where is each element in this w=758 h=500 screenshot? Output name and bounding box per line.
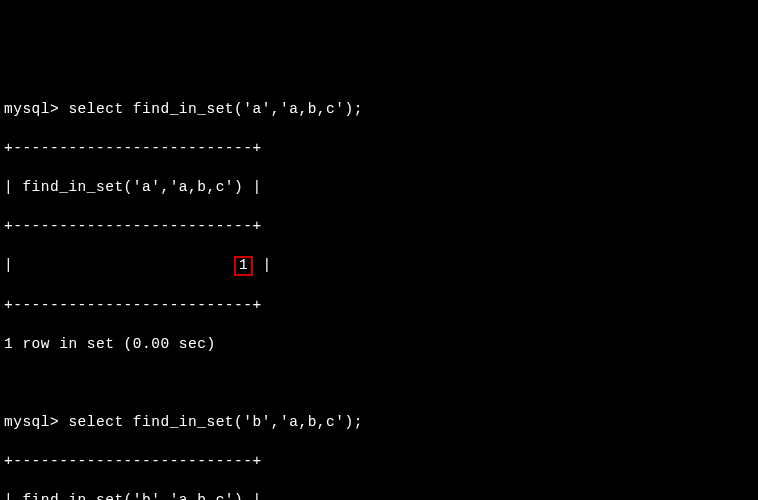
result-footer: 1 row in set (0.00 sec) bbox=[4, 335, 754, 355]
prompt: mysql> bbox=[4, 101, 59, 117]
query-line: mysql> select find_in_set('a','a,b,c'); bbox=[4, 100, 754, 120]
table-header: | find_in_set('b','a,b,c') | bbox=[4, 491, 754, 500]
table-border: +--------------------------+ bbox=[4, 296, 754, 316]
sql-command: select find_in_set('a','a,b,c'); bbox=[68, 101, 362, 117]
table-border: +--------------------------+ bbox=[4, 217, 754, 237]
blank-line bbox=[4, 374, 754, 394]
prompt: mysql> bbox=[4, 414, 59, 430]
table-header: | find_in_set('a','a,b,c') | bbox=[4, 178, 754, 198]
result-highlight: 1 bbox=[234, 256, 253, 276]
table-border: +--------------------------+ bbox=[4, 139, 754, 159]
table-row: | 1 | bbox=[4, 256, 754, 276]
sql-command: select find_in_set('b','a,b,c'); bbox=[68, 414, 362, 430]
table-border: +--------------------------+ bbox=[4, 452, 754, 472]
query-line: mysql> select find_in_set('b','a,b,c'); bbox=[4, 413, 754, 433]
terminal-output: mysql> select find_in_set('a','a,b,c'); … bbox=[4, 80, 754, 500]
